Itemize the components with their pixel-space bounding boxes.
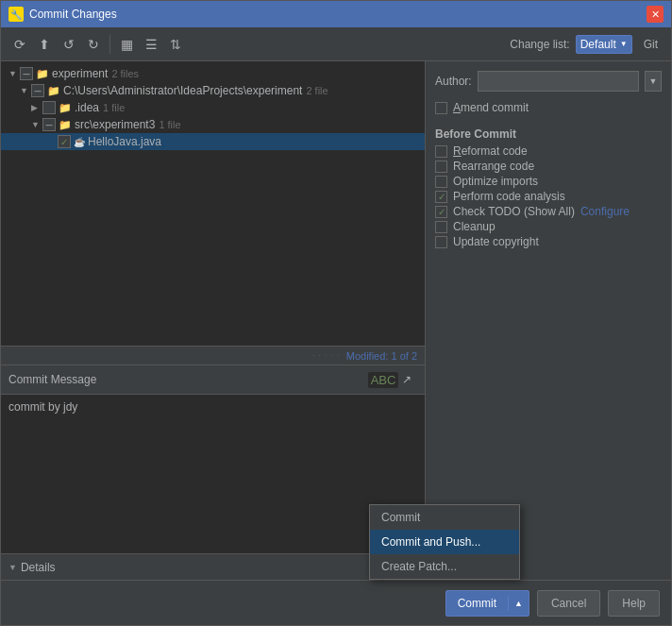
- resize-handle-top: · · · · ·: [312, 351, 340, 360]
- commit-message-label: Commit Message: [8, 373, 96, 386]
- expand-arrow-path: ▼: [20, 86, 31, 95]
- dialog-title: Commit Changes: [29, 8, 117, 21]
- title-bar: 🔧 Commit Changes ✕: [1, 1, 671, 27]
- author-input[interactable]: [478, 71, 639, 92]
- expand-icon: ↗: [402, 373, 412, 386]
- option-cleanup: Cleanup: [435, 220, 662, 233]
- move-up-button[interactable]: ⬆: [33, 33, 56, 56]
- tree-item-path[interactable]: ▼ ─ 📁 C:\Users\Administrator\IdeaProject…: [1, 82, 425, 99]
- spell-check-icon: ABC: [368, 372, 399, 388]
- idea-label: .idea: [75, 101, 99, 114]
- author-row: Author: ▼: [435, 71, 662, 92]
- optimize-checkbox[interactable]: [435, 176, 447, 188]
- git-tab[interactable]: Git: [638, 36, 664, 53]
- optimize-label[interactable]: Optimize imports: [453, 175, 538, 188]
- expand-arrow-idea: ▶: [31, 103, 42, 112]
- cleanup-label[interactable]: Cleanup: [453, 220, 496, 233]
- cancel-button[interactable]: Cancel: [537, 590, 600, 617]
- checktodo-label[interactable]: Check TODO (Show All): [453, 205, 575, 218]
- path-label: C:\Users\Administrator\IdeaProjects\expe…: [63, 84, 302, 97]
- title-bar-left: 🔧 Commit Changes: [8, 7, 117, 22]
- details-arrow-icon: ▼: [8, 563, 17, 572]
- amend-label[interactable]: Amend commit: [453, 101, 529, 114]
- chevron-down-icon: ▼: [620, 40, 628, 48]
- hellojava-checkbox[interactable]: ✓: [58, 135, 71, 148]
- reformat-label[interactable]: Reformat code: [453, 144, 528, 158]
- amend-checkbox[interactable]: [435, 102, 447, 114]
- expand-arrow-src: ▼: [31, 120, 42, 129]
- tree-item-hellojava[interactable]: ▶ ✓ ☕ HelloJava.java: [1, 133, 425, 150]
- amend-row: Amend commit: [435, 101, 662, 114]
- sort-button[interactable]: ⇅: [164, 33, 187, 56]
- spell-check-button[interactable]: ABC: [373, 369, 394, 390]
- changelist-dropdown[interactable]: Default ▼: [576, 35, 632, 54]
- copyright-label[interactable]: Update copyright: [453, 235, 539, 248]
- close-button[interactable]: ✕: [647, 6, 664, 23]
- checktodo-checkbox[interactable]: ✓: [435, 206, 447, 218]
- help-button[interactable]: Help: [608, 590, 660, 617]
- dropdown-commit-push[interactable]: Commit and Push...: [370, 530, 519, 554]
- dropdown-commit[interactable]: Commit: [370, 505, 519, 530]
- list-button[interactable]: ☰: [140, 33, 162, 56]
- option-reformat: Reformat code: [435, 144, 662, 158]
- commit-message-actions: ABC ↗: [373, 369, 417, 390]
- changelist-value: Default: [580, 38, 616, 51]
- redo-button[interactable]: ↻: [82, 33, 105, 56]
- src-count: 1 file: [159, 119, 180, 130]
- path-folder-icon: 📁: [47, 85, 60, 97]
- reformat-checkbox[interactable]: [435, 145, 447, 158]
- changelist-label: Change list:: [510, 38, 569, 51]
- view-button[interactable]: ▦: [115, 33, 138, 56]
- undo-button[interactable]: ↺: [58, 33, 80, 56]
- dropdown-create-patch[interactable]: Create Patch...: [370, 554, 519, 579]
- file-tree[interactable]: ▼ ─ 📁 experiment 2 files ▼ ─ 📁 C:\Users\…: [1, 61, 425, 346]
- analyze-checkbox[interactable]: ✓: [435, 191, 447, 203]
- modified-status[interactable]: Modified: 1 of 2: [346, 350, 417, 362]
- tree-item-idea[interactable]: ▶ 📁 .idea 1 file: [1, 99, 425, 116]
- before-commit-title: Before Commit: [435, 127, 662, 141]
- option-analyze: ✓ Perform code analysis: [435, 190, 662, 203]
- author-dropdown-button[interactable]: ▼: [645, 71, 662, 92]
- refresh-button[interactable]: ⟳: [8, 33, 31, 56]
- idea-checkbox[interactable]: [42, 101, 56, 114]
- path-checkbox[interactable]: ─: [31, 84, 44, 97]
- rearrange-checkbox[interactable]: [435, 161, 447, 173]
- src-label: src\experiment3: [75, 118, 155, 131]
- commit-message-header: Commit Message ABC ↗: [1, 365, 425, 395]
- details-toggle[interactable]: ▼ Details: [8, 561, 56, 574]
- src-checkbox[interactable]: ─: [42, 118, 56, 131]
- rearrange-label[interactable]: Rearrange code: [453, 160, 534, 173]
- main-content: ▼ ─ 📁 experiment 2 files ▼ ─ 📁 C:\Users\…: [1, 61, 671, 580]
- commit-message-section: Commit Message ABC ↗ commit by jdy: [1, 364, 425, 553]
- bottom-bar: Commit Commit and Push... Create Patch..…: [1, 580, 671, 625]
- analyze-label[interactable]: Perform code analysis: [453, 190, 565, 203]
- option-optimize: Optimize imports: [435, 175, 662, 188]
- option-rearrange: Rearrange code: [435, 160, 662, 173]
- java-file-icon: ☕: [74, 137, 85, 147]
- tree-item-src[interactable]: ▼ ─ 📁 src\experiment3 1 file: [1, 116, 425, 133]
- tree-item-experiment[interactable]: ▼ ─ 📁 experiment 2 files: [1, 65, 425, 82]
- expand-button[interactable]: ↗: [396, 369, 417, 390]
- option-copyright: Update copyright: [435, 235, 662, 248]
- experiment-count: 2 files: [111, 68, 139, 79]
- idea-folder-icon: 📁: [59, 102, 72, 114]
- copyright-checkbox[interactable]: [435, 236, 447, 248]
- before-commit-section: Before Commit Reformat code Rearrange co…: [435, 127, 662, 250]
- app-icon: 🔧: [8, 7, 24, 22]
- commit-dropdown-arrow[interactable]: ▲: [509, 596, 529, 611]
- idea-count: 1 file: [103, 102, 125, 113]
- experiment-checkbox[interactable]: ─: [20, 67, 33, 80]
- cleanup-checkbox[interactable]: [435, 221, 447, 233]
- option-checktodo: ✓ Check TODO (Show All) Configure: [435, 205, 662, 218]
- expand-arrow: ▼: [8, 69, 20, 78]
- right-panel: Author: ▼ Amend commit Before Commit Ref…: [426, 61, 671, 580]
- experiment-label: experiment: [52, 67, 108, 80]
- commit-button[interactable]: Commit ▲: [445, 590, 529, 617]
- author-label: Author:: [435, 75, 472, 88]
- commit-dropdown-menu: Commit Commit and Push... Create Patch..…: [369, 504, 520, 580]
- configure-link[interactable]: Configure: [580, 205, 630, 218]
- commit-dialog: 🔧 Commit Changes ✕ ⟳ ⬆ ↺ ↻ ▦ ☰ ⇅ Change …: [0, 0, 672, 626]
- toolbar-sep-1: [109, 35, 110, 54]
- toolbar: ⟳ ⬆ ↺ ↻ ▦ ☰ ⇅ Change list: Default ▼ Git: [1, 27, 671, 61]
- commit-textarea[interactable]: commit by jdy: [1, 395, 425, 553]
